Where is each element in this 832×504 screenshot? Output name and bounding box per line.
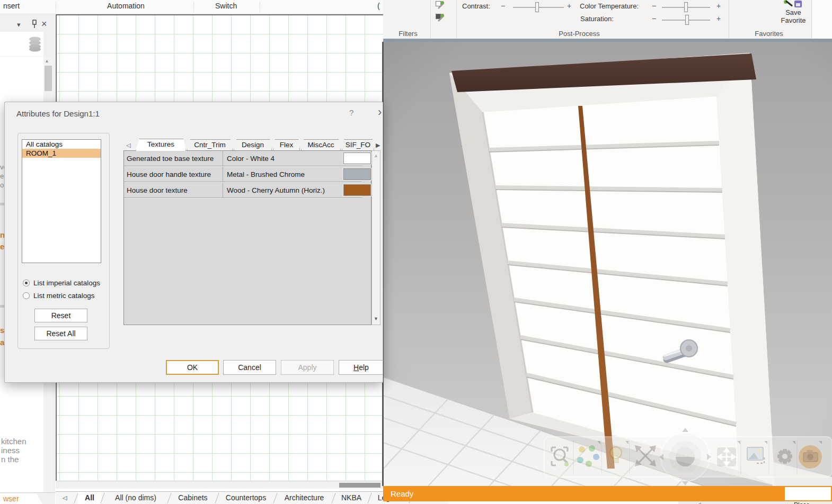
status-field bbox=[785, 487, 831, 500]
tab-nkba[interactable]: NKBA bbox=[334, 492, 368, 504]
tab-textures[interactable]: Textures bbox=[136, 139, 186, 151]
color-temperature-slider-thumb[interactable] bbox=[684, 2, 688, 12]
tab-all[interactable]: All bbox=[78, 492, 101, 504]
saturation-plus-button[interactable]: + bbox=[716, 14, 721, 23]
ribbon-separator bbox=[729, 0, 729, 39]
radio-imperial-catalogs[interactable]: List imperial catalogs bbox=[23, 279, 100, 287]
catalog-database-icon[interactable] bbox=[28, 36, 42, 52]
favorites-group-label: Favorites bbox=[753, 30, 785, 38]
texture-name: House door handle texture bbox=[124, 167, 223, 182]
table-row[interactable]: Generated toe base texture Color - White… bbox=[124, 151, 362, 166]
save-favorite-label-2: Favorite bbox=[776, 16, 810, 24]
tab-miscacc[interactable]: MiscAcc bbox=[301, 139, 341, 150]
scroll-up-icon[interactable]: ▲ bbox=[45, 58, 49, 64]
texture-value: Wood - Cherry Autumn (Horiz.) bbox=[224, 183, 339, 198]
menu-item-switch[interactable]: Switch bbox=[215, 2, 237, 10]
list-item-room1[interactable]: ROOM_1 bbox=[22, 149, 101, 158]
pin-icon[interactable] bbox=[31, 20, 38, 28]
contrast-minus-button[interactable]: − bbox=[501, 2, 505, 10]
dialog-expand-icon[interactable]: › bbox=[378, 105, 382, 119]
radio-metric-catalogs[interactable]: List metric catalogs bbox=[23, 292, 95, 300]
tab-place-partial[interactable]: Place bbox=[794, 501, 810, 504]
texture-swatch[interactable] bbox=[343, 168, 371, 180]
close-icon[interactable]: × bbox=[41, 19, 47, 30]
application-window: nsert Automation Switch ( Filters Post-P… bbox=[0, 0, 832, 504]
table-row[interactable]: House door handle texture Metal - Brushe… bbox=[124, 167, 362, 182]
reset-button[interactable]: Reset bbox=[34, 309, 87, 322]
menu-separator bbox=[56, 1, 56, 12]
menu-item-automation[interactable]: Automation bbox=[101, 2, 151, 10]
tab-flex[interactable]: Flex bbox=[273, 139, 300, 150]
panel-text-fragment: n the bbox=[1, 455, 19, 464]
right-tabstrip-partial: ◁ Place bbox=[678, 501, 832, 504]
contrast-label: Contrast: bbox=[462, 2, 490, 10]
color-temperature-minus-button[interactable]: − bbox=[652, 2, 656, 10]
texture-name: Generated toe base texture bbox=[124, 151, 223, 166]
texture-value: Color - White 4 bbox=[224, 151, 339, 166]
contrast-slider-thumb[interactable] bbox=[535, 2, 539, 12]
panel-text-fragment: kitchen bbox=[1, 437, 26, 446]
table-scrollbar[interactable]: ▲ ▼ bbox=[371, 150, 380, 325]
contrast-plus-button[interactable]: + bbox=[567, 2, 571, 10]
table-row[interactable]: House door texture Wood - Cherry Autumn … bbox=[124, 183, 362, 198]
tab-nav-prev-icon[interactable]: ◁ bbox=[58, 492, 72, 504]
radio-label: List metric catalogs bbox=[33, 292, 95, 300]
saturation-label: Saturation: bbox=[580, 15, 614, 23]
panel-scrollbar-thumb[interactable] bbox=[45, 66, 52, 91]
panel-text-fragment: iness bbox=[1, 446, 20, 455]
canvas-hscrollbar-thumb[interactable] bbox=[339, 483, 380, 488]
tab-architecture[interactable]: Architecture bbox=[276, 492, 332, 504]
help-button[interactable]: Help bbox=[339, 360, 383, 375]
filter-add-icon[interactable] bbox=[436, 1, 446, 12]
radio-label: List imperial catalogs bbox=[33, 279, 100, 287]
save-favorite-label-1: Save bbox=[776, 8, 810, 16]
chevron-down-icon[interactable]: ▾ bbox=[17, 21, 21, 29]
render-viewport[interactable] bbox=[383, 42, 832, 486]
contrast-slider[interactable] bbox=[513, 7, 564, 8]
tab-countertops[interactable]: Countertops bbox=[218, 492, 274, 504]
dialog-title: Attributes for Design1:1 bbox=[16, 109, 100, 118]
help-button-accel: H bbox=[353, 363, 359, 372]
radio-icon[interactable] bbox=[23, 280, 30, 286]
apply-button: Apply bbox=[281, 360, 334, 375]
color-temperature-plus-button[interactable]: + bbox=[716, 2, 721, 10]
dialog-help-icon[interactable]: ? bbox=[349, 108, 353, 117]
ok-button[interactable]: OK bbox=[166, 360, 219, 375]
filter-remove-icon[interactable] bbox=[436, 14, 446, 24]
saturation-slider-thumb[interactable] bbox=[685, 15, 689, 25]
texture-swatch[interactable] bbox=[343, 152, 371, 164]
texture-table: Generated toe base texture Color - White… bbox=[123, 150, 371, 325]
tab-scroll-left-icon[interactable]: ◁ bbox=[126, 142, 130, 149]
cancel-button[interactable]: Cancel bbox=[223, 360, 276, 375]
catalog-listbox[interactable]: All catalogs ROOM_1 bbox=[22, 139, 101, 263]
attributes-dialog: Attributes for Design1:1 ? › All catalog… bbox=[4, 102, 383, 383]
tab-nav-icon[interactable]: ◁ bbox=[697, 501, 701, 504]
scroll-down-icon[interactable]: ▼ bbox=[372, 316, 380, 321]
tab-cabinets[interactable]: Cabinets bbox=[170, 492, 216, 504]
ribbon: Filters Post-Process Contrast: − + Color… bbox=[383, 0, 832, 39]
reset-all-button[interactable]: Reset All bbox=[34, 327, 87, 340]
tab-cntr-trim[interactable]: Cntr_Trim bbox=[187, 139, 233, 150]
canvas-hscrollbar[interactable] bbox=[56, 481, 383, 489]
menu-item-insert[interactable]: nsert bbox=[3, 2, 20, 10]
tab-sif-fo[interactable]: SIF_FO bbox=[342, 139, 374, 150]
color-temperature-label: Color Temperature: bbox=[580, 2, 639, 10]
tab-design[interactable]: Design bbox=[234, 139, 272, 150]
save-favorite-button[interactable]: Save Favorite bbox=[776, 0, 810, 28]
post-process-group-label: Post-Process bbox=[547, 30, 611, 38]
texture-swatch[interactable] bbox=[343, 184, 371, 196]
list-item-all-catalogs[interactable]: All catalogs bbox=[22, 140, 101, 149]
tab-scroll-right-icon[interactable]: ▶ bbox=[376, 142, 380, 149]
tab-browser-partial[interactable]: wser bbox=[0, 493, 42, 504]
scroll-up-icon[interactable]: ▲ bbox=[372, 153, 380, 158]
ribbon-empty-area bbox=[812, 0, 832, 39]
render-scene bbox=[383, 42, 832, 486]
saturation-slider[interactable] bbox=[662, 20, 710, 21]
tab-all-no-dims[interactable]: All (no dims) bbox=[103, 492, 168, 504]
ribbon-separator bbox=[430, 0, 431, 39]
status-text: Ready bbox=[391, 489, 413, 498]
texture-name: House door texture bbox=[124, 183, 223, 198]
saturation-minus-button[interactable]: − bbox=[652, 14, 656, 23]
color-temperature-slider[interactable] bbox=[662, 7, 710, 8]
radio-icon[interactable] bbox=[23, 292, 30, 299]
